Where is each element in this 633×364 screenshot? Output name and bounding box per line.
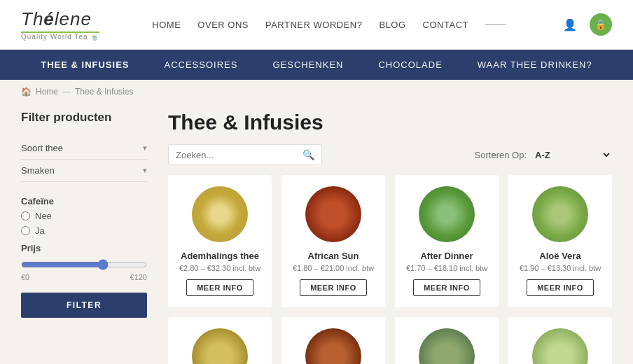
cafeine-label: Cafeïne (21, 189, 147, 211)
sidebar-title: Filter producten (21, 111, 147, 125)
cafeine-ja-label: Ja (35, 225, 45, 236)
nav-home[interactable]: HOME (152, 20, 181, 30)
cart-button[interactable]: 🔒 (590, 13, 612, 36)
filter-soort-section: Soort thee ▾ Smaken ▾ (21, 137, 147, 182)
price-range-labels: €0 €120 (21, 273, 147, 281)
product-header: Thee & Infusies 🔍 Sorteren Op: A-Z Z-A P… (168, 111, 612, 165)
product-image-5 (305, 328, 361, 364)
cafeine-ja[interactable]: Ja (21, 225, 147, 236)
price-max: €120 (130, 273, 147, 281)
search-box: 🔍 (168, 144, 322, 165)
filter-button[interactable]: FILTER (21, 293, 147, 318)
product-card-4 (168, 317, 272, 364)
product-image-african (305, 186, 361, 242)
price-min: €0 (21, 273, 29, 281)
product-image-aloe (532, 186, 588, 242)
meer-info-btn-1[interactable]: MEER INFO (300, 279, 367, 296)
product-price-3: €1.90 – €13.30 incl. btw (520, 264, 601, 272)
cart-icon: 🔒 (594, 19, 606, 30)
cat-waar-thee[interactable]: WAAR THEE DRINKEN? (478, 59, 592, 70)
main-nav: HOME OVER ONS PARTNER WORDEN? BLOG CONTA… (152, 20, 506, 30)
nav-contact[interactable]: CONTACT (423, 20, 468, 30)
nav-partner[interactable]: PARTNER WORDEN? (265, 20, 362, 30)
price-label: Prijs (21, 243, 147, 253)
logo[interactable]: Thélene Quality World Tea 🍵 (21, 8, 99, 41)
nav-over-ons[interactable]: OVER ONS (197, 20, 249, 30)
product-card-ademhalings: Ademhalings thee €2.80 – €32.30 incl. bt… (168, 175, 272, 307)
product-area: Thee & Infusies 🔍 Sorteren Op: A-Z Z-A P… (168, 111, 612, 364)
sort-select[interactable]: A-Z Z-A Prijs laag-hoog Prijs hoog-laag (532, 149, 612, 161)
product-grid: Ademhalings thee €2.80 – €32.30 incl. bt… (168, 175, 612, 364)
product-image-afterdinner (419, 186, 475, 242)
price-slider[interactable] (21, 259, 147, 270)
cat-chocolade[interactable]: CHOCOLADE (378, 59, 442, 70)
account-button[interactable]: 👤 (559, 13, 581, 36)
product-image-ademhalings (192, 186, 248, 242)
product-price-2: €1.70 – €18.10 incl. btw (406, 264, 487, 272)
breadcrumb-sep: — (62, 87, 71, 97)
user-icon: 👤 (563, 18, 577, 31)
filter-smaken[interactable]: Smaken ▾ (21, 160, 147, 182)
logo-subtitle: Quality World Tea 🍵 (21, 33, 99, 41)
product-toolbar: 🔍 Sorteren Op: A-Z Z-A Prijs laag-hoog P… (168, 144, 612, 165)
cafeine-options: Nee Ja (21, 211, 147, 236)
product-card-7 (508, 317, 612, 364)
meer-info-btn-0[interactable]: MEER INFO (186, 279, 253, 296)
product-card-aloe: Aloë Vera €1.90 – €13.30 incl. btw MEER … (508, 175, 612, 307)
product-card-afterdinner: After Dinner €1.70 – €18.10 incl. btw ME… (395, 175, 499, 307)
meer-info-btn-3[interactable]: MEER INFO (527, 279, 594, 296)
filter-soort-thee[interactable]: Soort thee ▾ (21, 137, 147, 160)
nav-icons: 👤 🔒 (559, 13, 612, 36)
nav-divider (485, 24, 506, 25)
product-price-0: €2.80 – €32.30 incl. btw (179, 264, 260, 272)
cat-thee-infusies[interactable]: THEE & INFUSIES (41, 59, 129, 70)
filter-soort-label: Soort thee (21, 143, 63, 153)
page-title: Thee & Infusies (168, 111, 612, 134)
header: Thélene Quality World Tea 🍵 HOME OVER ON… (0, 0, 633, 50)
sort-area: Sorteren Op: A-Z Z-A Prijs laag-hoog Pri… (475, 149, 612, 161)
logo-text: Thélene (21, 8, 99, 30)
main-content: Filter producten Soort thee ▾ Smaken ▾ C… (0, 104, 633, 364)
search-input[interactable] (176, 150, 297, 160)
breadcrumb-home[interactable]: Home (36, 87, 58, 97)
nav-blog[interactable]: BLOG (379, 20, 405, 30)
product-price-1: €1.80 – €21.00 incl. btw (293, 264, 374, 272)
cafeine-ja-radio[interactable] (21, 226, 30, 235)
price-section: Prijs €0 €120 (21, 243, 147, 281)
product-name-0: Ademhalings thee (181, 251, 259, 261)
product-name-3: Aloë Vera (539, 251, 580, 261)
breadcrumb-current: Thee & Infusies (75, 87, 133, 97)
meer-info-btn-2[interactable]: MEER INFO (413, 279, 480, 296)
filter-smaken-label: Smaken (21, 165, 55, 176)
cafeine-nee[interactable]: Nee (21, 211, 147, 221)
home-icon: 🏠 (21, 87, 32, 97)
chevron-down-icon: ▾ (143, 144, 147, 153)
product-name-1: African Sun (308, 251, 359, 261)
category-nav: THEE & INFUSIES ACCESSOIRES GESCHENKEN C… (0, 50, 633, 80)
cat-geschenken[interactable]: GESCHENKEN (272, 59, 343, 70)
cat-accessoires[interactable]: ACCESSOIRES (165, 59, 238, 70)
search-icon: 🔍 (302, 149, 314, 160)
product-card-6 (395, 317, 499, 364)
product-card-5 (281, 317, 385, 364)
cafeine-nee-radio[interactable] (21, 211, 30, 220)
sidebar: Filter producten Soort thee ▾ Smaken ▾ C… (21, 111, 147, 364)
sort-label: Sorteren Op: (475, 150, 527, 160)
breadcrumb: 🏠 Home — Thee & Infusies (0, 80, 633, 104)
product-card-african: African Sun €1.80 – €21.00 incl. btw MEE… (281, 175, 385, 307)
product-image-7 (532, 328, 588, 364)
cafeine-nee-label: Nee (35, 211, 52, 221)
product-image-4 (192, 328, 248, 364)
product-image-6 (419, 328, 475, 364)
product-name-2: After Dinner (420, 251, 473, 261)
chevron-down-icon-smaken: ▾ (143, 166, 147, 175)
